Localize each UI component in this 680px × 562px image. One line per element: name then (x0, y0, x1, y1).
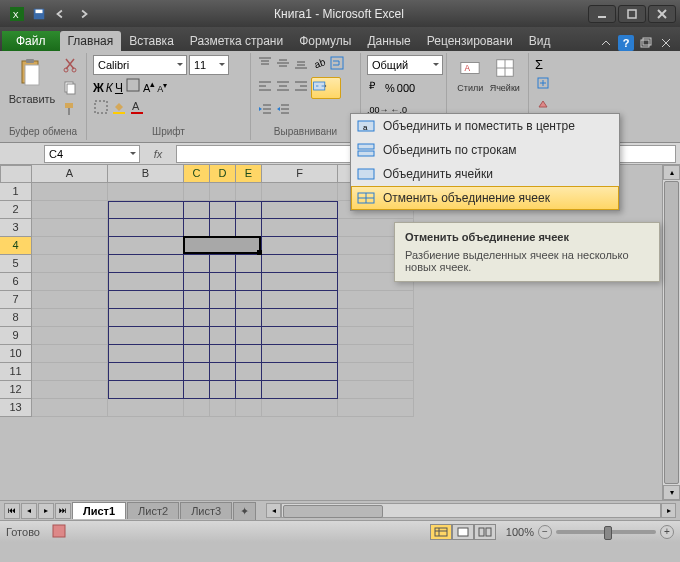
cell[interactable] (262, 201, 338, 219)
increase-indent-icon[interactable] (275, 101, 291, 121)
row-header-5[interactable]: 5 (0, 255, 32, 273)
cell[interactable] (338, 327, 414, 345)
scroll-down-button[interactable]: ▾ (663, 485, 680, 500)
menu-merge-cells[interactable]: Объединить ячейки (351, 162, 619, 186)
cell[interactable] (32, 363, 108, 381)
cells-button[interactable]: Ячейки (488, 55, 523, 93)
cell[interactable] (108, 255, 184, 273)
cell[interactable] (184, 399, 210, 417)
cell[interactable] (210, 273, 236, 291)
new-sheet-button[interactable]: ✦ (233, 502, 256, 520)
cell[interactable] (184, 273, 210, 291)
cell[interactable] (32, 273, 108, 291)
next-sheet-button[interactable]: ▸ (38, 503, 54, 519)
cell[interactable] (108, 219, 184, 237)
column-header-A[interactable]: A (32, 165, 108, 183)
styles-button[interactable]: A Стили (453, 55, 488, 93)
align-bottom-icon[interactable] (293, 55, 309, 75)
sheet-tab-3[interactable]: Лист3 (180, 502, 232, 519)
row-header-2[interactable]: 2 (0, 201, 32, 219)
cell[interactable] (184, 327, 210, 345)
borders-dropdown-icon[interactable] (93, 99, 109, 119)
align-center-icon[interactable] (275, 78, 291, 98)
cell[interactable] (32, 255, 108, 273)
cell[interactable] (108, 183, 184, 201)
orientation-icon[interactable]: ab (311, 55, 327, 75)
cell[interactable] (32, 327, 108, 345)
cell[interactable] (184, 291, 210, 309)
cell[interactable] (184, 183, 210, 201)
tab-review[interactable]: Рецензировани (419, 31, 521, 51)
page-layout-view-button[interactable] (452, 524, 474, 540)
align-middle-icon[interactable] (275, 55, 291, 75)
page-break-view-button[interactable] (474, 524, 496, 540)
cell[interactable] (32, 201, 108, 219)
number-format-combo[interactable]: Общий (367, 55, 443, 75)
cell[interactable] (108, 327, 184, 345)
cell[interactable] (338, 399, 414, 417)
cell[interactable] (262, 237, 338, 255)
horizontal-scrollbar[interactable]: ◂ ▸ (266, 503, 676, 518)
align-top-icon[interactable] (257, 55, 273, 75)
cell[interactable] (236, 273, 262, 291)
fx-icon[interactable]: fx (148, 145, 168, 163)
name-box[interactable]: C4 (44, 145, 140, 163)
zoom-in-button[interactable]: + (660, 525, 674, 539)
cell[interactable] (32, 237, 108, 255)
cell[interactable] (338, 363, 414, 381)
prev-sheet-button[interactable]: ◂ (21, 503, 37, 519)
vertical-scrollbar[interactable]: ▴ ▾ (662, 165, 680, 500)
maximize-button[interactable] (618, 5, 646, 23)
cell[interactable] (108, 201, 184, 219)
sheet-tab-1[interactable]: Лист1 (72, 502, 126, 519)
normal-view-button[interactable] (430, 524, 452, 540)
row-header-1[interactable]: 1 (0, 183, 32, 201)
cell[interactable] (210, 363, 236, 381)
cell[interactable] (262, 363, 338, 381)
cell[interactable] (262, 381, 338, 399)
bold-icon[interactable]: Ж (93, 78, 104, 96)
cell[interactable] (236, 219, 262, 237)
wrap-text-icon[interactable] (329, 55, 345, 75)
grid[interactable] (32, 183, 662, 417)
cell[interactable] (108, 291, 184, 309)
menu-merge-center[interactable]: a Объединить и поместить в центре (351, 114, 619, 138)
decrease-indent-icon[interactable] (257, 101, 273, 121)
column-header-F[interactable]: F (262, 165, 338, 183)
cell[interactable] (262, 255, 338, 273)
cell[interactable] (338, 291, 414, 309)
cell[interactable] (108, 273, 184, 291)
cell[interactable] (108, 399, 184, 417)
minimize-button[interactable] (588, 5, 616, 23)
align-right-icon[interactable] (293, 78, 309, 98)
zoom-out-button[interactable]: − (538, 525, 552, 539)
cell[interactable] (236, 201, 262, 219)
cell[interactable] (32, 381, 108, 399)
cell[interactable] (184, 201, 210, 219)
cell[interactable] (210, 381, 236, 399)
font-color-icon[interactable]: A (129, 99, 145, 119)
row-header-11[interactable]: 11 (0, 363, 32, 381)
paste-button[interactable]: Вставить (6, 55, 58, 105)
redo-icon[interactable] (74, 5, 92, 23)
cell[interactable] (108, 363, 184, 381)
scroll-up-button[interactable]: ▴ (663, 165, 680, 180)
border-icon[interactable] (125, 77, 141, 97)
tab-data[interactable]: Данные (359, 31, 418, 51)
active-cell[interactable] (183, 236, 261, 254)
sheet-tab-2[interactable]: Лист2 (127, 502, 179, 519)
align-left-icon[interactable] (257, 78, 273, 98)
column-header-D[interactable]: D (210, 165, 236, 183)
italic-icon[interactable]: К (106, 78, 113, 96)
merge-cells-dropdown[interactable] (311, 77, 341, 99)
format-painter-icon[interactable] (60, 99, 80, 119)
cell[interactable] (262, 273, 338, 291)
row-header-13[interactable]: 13 (0, 399, 32, 417)
row-header-8[interactable]: 8 (0, 309, 32, 327)
comma-icon[interactable]: 000 (397, 78, 415, 96)
h-scroll-thumb[interactable] (283, 505, 383, 518)
cell[interactable] (184, 363, 210, 381)
column-header-E[interactable]: E (236, 165, 262, 183)
cell[interactable] (32, 291, 108, 309)
cell[interactable] (32, 345, 108, 363)
